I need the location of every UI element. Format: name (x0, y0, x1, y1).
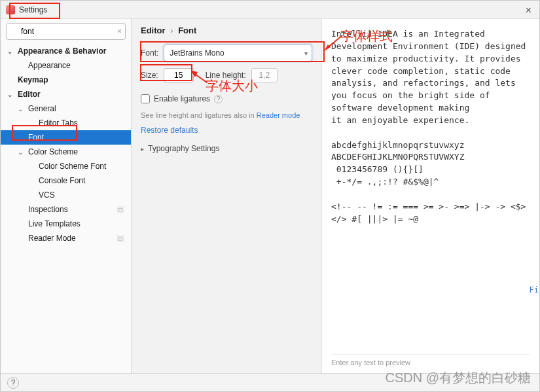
tree-label: Console Font (39, 176, 85, 185)
tree-vcs[interactable]: VCS (1, 188, 131, 202)
ligatures-checkbox[interactable] (141, 94, 150, 103)
form-column: Editor › Font Font: JetBrains Mono ▾ Siz… (132, 19, 321, 373)
tree-editor[interactable]: ⌄Editor (1, 87, 131, 101)
tree-color-scheme[interactable]: ⌄Color Scheme (1, 145, 131, 159)
size-label: Size: (141, 71, 158, 80)
close-icon[interactable]: × (526, 5, 531, 16)
line-height-input[interactable] (251, 68, 278, 82)
font-value: JetBrains Mono (170, 48, 224, 58)
tree-label: Editor (18, 90, 41, 99)
help-icon[interactable]: ? (214, 95, 223, 103)
chevron-right-icon: ▸ (141, 145, 144, 152)
tree-label: Keymap (18, 75, 48, 84)
tree-label: Inspections (28, 205, 68, 214)
font-select[interactable]: JetBrains Mono ▾ (164, 45, 312, 62)
breadcrumb-font: Font (178, 26, 196, 35)
chevron-down-icon: ▾ (304, 50, 308, 57)
tree-live-templates[interactable]: Live Templates (1, 217, 131, 231)
tree-color-scheme-font[interactable]: Color Scheme Font (1, 159, 131, 173)
tree-label: Live Templates (28, 219, 81, 228)
line-height-label: Line height: (206, 71, 246, 80)
project-tag-icon: □ (117, 206, 124, 213)
reader-mode-hint: See line height and ligatures also in Re… (141, 111, 312, 119)
settings-dialog: Settings × ⌕ × ⌄Appearance & Behavior Ap… (0, 0, 540, 392)
clear-search-icon[interactable]: × (117, 27, 122, 36)
breadcrumb: Editor › Font (141, 26, 312, 35)
tree-general[interactable]: ⌄General (1, 101, 131, 116)
tree-appearance[interactable]: Appearance (1, 58, 131, 73)
font-label: Font: (141, 48, 158, 58)
hint-text: See line height and ligatures also in (141, 111, 257, 119)
font-row: Font: JetBrains Mono ▾ (141, 45, 312, 62)
settings-tree: ⌄Appearance & Behavior Appearance Keymap… (1, 44, 131, 373)
tree-keymap[interactable]: Keymap (1, 73, 131, 87)
main-panel: Editor › Font Font: JetBrains Mono ▾ Siz… (132, 19, 539, 373)
typography-section[interactable]: ▸ Typography Settings (141, 144, 312, 153)
tree-label: Reader Mode (28, 234, 76, 243)
tree-label: Font (28, 133, 44, 142)
app-badge-icon (6, 5, 15, 14)
tree-appearance-behavior[interactable]: ⌄Appearance & Behavior (1, 44, 131, 58)
tree-console-font[interactable]: Console Font (1, 173, 131, 188)
rightedge-text: Fi (530, 285, 539, 294)
size-row: Size: Line height: (141, 68, 312, 82)
tree-label: Color Scheme Font (39, 162, 106, 171)
search-input[interactable] (6, 23, 126, 40)
help-button[interactable]: ? (7, 377, 19, 389)
dialog-title: Settings (19, 5, 47, 14)
preview-pane: IntelliJ IDEA is an Integrated Developme… (321, 19, 539, 373)
tree-inspections[interactable]: Inspections□ (1, 202, 131, 217)
preview-text[interactable]: IntelliJ IDEA is an Integrated Developme… (331, 28, 530, 354)
tree-font[interactable]: Font (1, 130, 131, 145)
reader-mode-link[interactable]: Reader mode (257, 111, 300, 119)
search-wrap: ⌕ × (1, 19, 131, 44)
sidebar: ⌕ × ⌄Appearance & Behavior Appearance Ke… (1, 19, 132, 373)
project-tag-icon: □ (117, 235, 124, 242)
titlebar: Settings × (1, 1, 539, 19)
tree-label: General (28, 104, 56, 113)
ligatures-row: Enable ligatures ? (141, 94, 312, 103)
tree-reader-mode[interactable]: Reader Mode□ (1, 231, 131, 245)
footer: ? (1, 373, 539, 391)
chevron-right-icon: › (170, 26, 173, 35)
tree-label: Editor Tabs (39, 118, 78, 128)
tree-editor-tabs[interactable]: Editor Tabs (1, 116, 131, 130)
tree-label: Appearance (28, 61, 71, 70)
tree-label: Appearance & Behavior (18, 46, 106, 56)
ligatures-label: Enable ligatures (154, 94, 210, 103)
size-input[interactable] (164, 68, 194, 82)
tree-label: Color Scheme (28, 147, 78, 156)
dialog-body: ⌕ × ⌄Appearance & Behavior Appearance Ke… (1, 19, 539, 373)
preview-hint: Enter any text to preview (331, 354, 530, 373)
typography-label: Typography Settings (148, 144, 219, 153)
breadcrumb-editor[interactable]: Editor (141, 26, 166, 35)
restore-defaults-link[interactable]: Restore defaults (141, 126, 312, 135)
tree-label: VCS (39, 190, 55, 200)
